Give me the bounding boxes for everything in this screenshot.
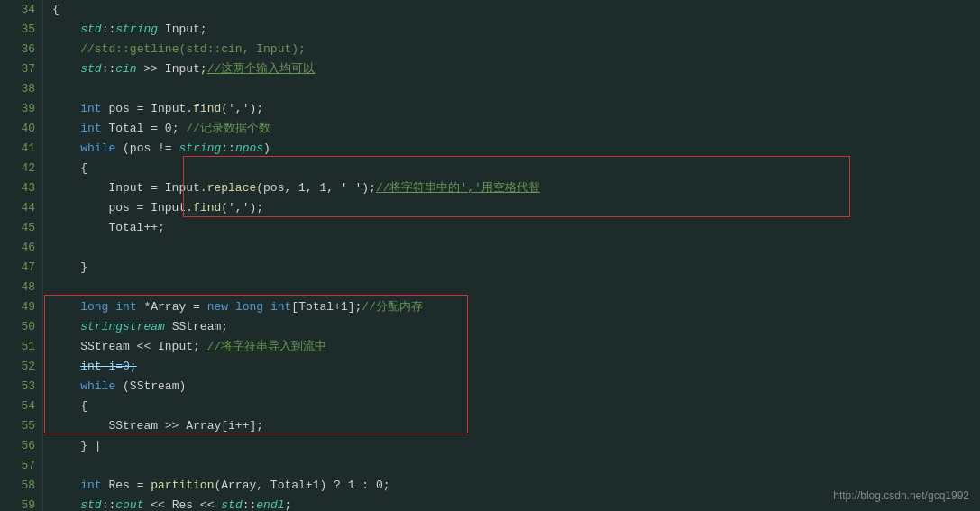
code-line: Total++; — [52, 218, 980, 238]
line-number: 46 — [7, 238, 35, 258]
line-number: 55 — [7, 416, 35, 436]
code-token — [52, 498, 80, 511]
code-line: } — [52, 258, 980, 278]
code-area: { std::string Input; //std::getline(std:… — [43, 0, 980, 511]
line-number: 59 — [7, 496, 35, 511]
line-number: 42 — [7, 159, 35, 178]
code-token — [52, 122, 80, 135]
code-token: :: — [102, 23, 116, 36]
code-line: { — [52, 0, 980, 20]
line-number: 56 — [7, 436, 35, 456]
code-token: //将字符串中的','用空格代替 — [376, 181, 540, 195]
code-line: int pos = Input.find(','); — [52, 99, 980, 119]
code-token: Total++; — [52, 221, 165, 234]
code-token: << Res << — [143, 498, 221, 511]
line-number: 45 — [7, 218, 35, 238]
line-number: 34 — [7, 0, 35, 20]
code-token: SStream << Input; — [52, 340, 207, 353]
code-line: Input = Input.replace(pos, 1, 1, ' ');//… — [52, 178, 980, 198]
code-token: std — [80, 62, 101, 76]
code-token: stringstream — [80, 320, 165, 333]
code-token: //将字符串导入到流中 — [207, 340, 327, 353]
code-token: find — [193, 102, 221, 115]
code-token: (Array, Total+1) ? 1 : 0; — [214, 479, 389, 492]
code-token: string — [115, 23, 158, 36]
line-number: 40 — [7, 119, 35, 139]
code-line: { — [52, 159, 980, 178]
watermark: http://blog.csdn.net/gcq1992 — [833, 489, 969, 502]
code-line: long int *Array = new long int[Total+1];… — [52, 297, 980, 317]
code-token: while — [80, 141, 115, 155]
code-token — [52, 141, 80, 155]
code-line: SStream >> Array[i++]; — [52, 416, 980, 436]
code-token: (SStream) — [115, 379, 186, 393]
code-token: (','); — [221, 102, 263, 115]
code-token: Total = 0; — [102, 122, 187, 135]
code-token: (','); — [221, 201, 263, 214]
line-number: 37 — [7, 59, 35, 79]
line-number: 36 — [7, 40, 35, 59]
line-number: 51 — [7, 337, 35, 357]
code-token: std — [80, 23, 101, 36]
code-token: std — [80, 498, 101, 511]
code-token: int — [270, 300, 291, 314]
code-line: pos = Input.find(','); — [52, 198, 980, 218]
code-token: long — [80, 300, 108, 314]
code-line: std::cin >> Input;//这两个输入均可以 — [52, 59, 980, 79]
code-token: [Total+1]; — [291, 300, 362, 314]
code-token: { — [52, 3, 60, 16]
line-number: 48 — [7, 278, 35, 297]
code-token — [52, 360, 80, 373]
code-token: SStream; — [165, 320, 228, 333]
code-token: SStream >> Array[i++]; — [52, 419, 263, 433]
code-token: (pos, 1, 1, ' '); — [256, 181, 376, 195]
code-line: SStream << Input; //将字符串导入到流中 — [52, 337, 980, 357]
code-token: int — [115, 300, 136, 314]
code-line: { — [52, 397, 980, 416]
code-token: long — [235, 300, 263, 314]
code-token: Input; — [158, 23, 207, 36]
code-token — [52, 102, 80, 115]
code-token: :: — [102, 498, 116, 511]
code-line: int i=0; — [52, 357, 980, 377]
line-number: 38 — [7, 79, 35, 99]
line-number: 44 — [7, 198, 35, 218]
code-line — [52, 278, 980, 297]
code-token: cout — [115, 498, 143, 511]
code-token: endl — [256, 498, 284, 511]
code-line: int Total = 0; //记录数据个数 — [52, 119, 980, 139]
code-token — [52, 320, 80, 333]
code-line — [52, 456, 980, 476]
code-token — [52, 300, 80, 314]
code-token: :: — [243, 498, 257, 511]
code-token: //分配内存 — [362, 300, 423, 314]
code-token: string — [179, 141, 221, 155]
code-line: stringstream SStream; — [52, 317, 980, 337]
line-number: 53 — [7, 377, 35, 397]
code-token — [228, 300, 235, 314]
code-token: //这两个输入均可以 — [207, 62, 316, 76]
line-number: 49 — [7, 297, 35, 317]
code-token: ) — [263, 141, 270, 155]
code-editor: 3435363738394041424344454647484950515253… — [0, 0, 980, 511]
code-token: new — [207, 300, 228, 314]
code-token: { — [52, 399, 87, 413]
code-token: } — [52, 439, 87, 452]
code-token: :: — [102, 62, 116, 76]
code-token: partition — [151, 479, 214, 492]
code-token: } — [52, 260, 87, 274]
line-number: 54 — [7, 397, 35, 416]
code-token — [52, 62, 80, 76]
code-line: } | — [52, 436, 980, 456]
code-token — [52, 23, 80, 36]
code-token: pos = Input. — [52, 201, 193, 214]
code-token: replace — [207, 181, 257, 195]
code-token — [52, 379, 80, 393]
code-token: Input = Input. — [52, 181, 207, 195]
code-line: while (pos != string::npos) — [52, 139, 980, 159]
code-token: pos = Input. — [102, 102, 193, 115]
line-number: 57 — [7, 456, 35, 476]
code-line: //std::getline(std::cin, Input); — [52, 40, 980, 59]
code-token: //std::getline(std::cin, Input); — [80, 42, 306, 56]
code-token: :: — [221, 141, 235, 155]
